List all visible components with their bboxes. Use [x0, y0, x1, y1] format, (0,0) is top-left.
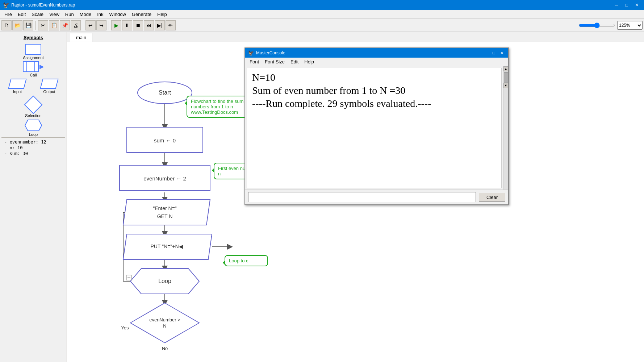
svg-text:N: N	[163, 323, 166, 329]
zoom-slider[interactable]	[579, 22, 615, 28]
flowchart-container: Start sum ← 0 evenNumber ← 2 "Enter N=" …	[67, 42, 644, 362]
toolbar: 🗋 📂 💾 ✂ 📋 📌 🖨 ↩ ↪ ▶ ⏸ ⏹ ⏭ ▶| ✏ 75% 100% …	[0, 19, 644, 32]
zoom-area: 75% 100% 125% 150% 175% 200%	[579, 21, 643, 30]
loop-label: Loop	[29, 132, 38, 137]
svg-text:Loop: Loop	[158, 278, 171, 284]
app-icon: 🦅	[3, 2, 9, 8]
console-line-1: N=10	[252, 72, 496, 83]
console-menu-help[interactable]: Help	[301, 58, 317, 65]
output-shape	[40, 79, 59, 89]
copy-button[interactable]: 📋	[49, 20, 59, 30]
canvas-panel: main	[67, 32, 644, 362]
assignment-label: Assignment	[23, 55, 43, 60]
svg-marker-0	[25, 120, 42, 131]
console-maximize-button[interactable]: □	[490, 50, 497, 56]
console-minimize-button[interactable]: ─	[482, 50, 489, 56]
scroll-thumb[interactable]	[504, 72, 508, 83]
menu-window[interactable]: Window	[106, 11, 129, 18]
scroll-up-button[interactable]: ▲	[503, 66, 509, 71]
console-output-area: N=10 Sum of even number from 1 to N =30 …	[245, 66, 508, 190]
undo-button[interactable]: ↩	[85, 20, 96, 30]
menu-help[interactable]: Help	[154, 11, 170, 18]
print-button[interactable]: 🖨	[71, 20, 81, 30]
cut-button[interactable]: ✂	[38, 20, 48, 30]
comment-loop: Loop to c	[225, 255, 268, 266]
minimize-button[interactable]: ─	[612, 1, 621, 9]
divider1	[35, 21, 36, 30]
main-layout: Symbols Assignment ▶ Call Input Output	[0, 32, 644, 362]
menu-ink[interactable]: Ink	[94, 11, 106, 18]
menu-view[interactable]: View	[46, 11, 62, 18]
svg-text:Start: Start	[159, 90, 171, 96]
console-input-row: Clear	[245, 190, 508, 204]
zoom-select[interactable]: 75% 100% 125% 150% 175% 200%	[617, 21, 643, 30]
call-arrow-icon: ▶	[39, 64, 44, 70]
divider2	[83, 21, 83, 30]
selection-label: Selection	[25, 113, 41, 118]
redo-button[interactable]: ↪	[96, 20, 106, 30]
console-output: N=10 Sum of even number from 1 to N =30 …	[247, 68, 502, 188]
symbol-input[interactable]: Input	[9, 78, 26, 95]
console-icon: 🦅	[248, 50, 254, 56]
menu-generate[interactable]: Generate	[129, 11, 154, 18]
pause-button[interactable]: ⏸	[122, 20, 132, 30]
stop-button[interactable]: ⏹	[133, 20, 143, 30]
svg-text:evenNumber >: evenNumber >	[149, 317, 180, 323]
symbol-assignment[interactable]: Assignment	[1, 43, 65, 61]
new-button[interactable]: 🗋	[1, 20, 12, 30]
var-n: - n: 10	[3, 145, 64, 151]
console-window-controls: ─ □ ✕	[482, 50, 505, 56]
symbol-call[interactable]: ▶ Call	[1, 61, 65, 78]
master-console: 🦅 MasterConsole ─ □ ✕ Font Font Size Ed	[244, 47, 509, 205]
svg-text:"Enter N=": "Enter N="	[153, 205, 177, 211]
symbol-loop[interactable]: Loop	[1, 118, 65, 137]
output-label: Output	[43, 90, 55, 94]
input-output-row: Input Output	[1, 78, 65, 95]
paste-button[interactable]: 📌	[60, 20, 70, 30]
svg-text:No: No	[162, 346, 168, 351]
watch-button[interactable]: ▶|	[155, 20, 165, 30]
input-shape	[8, 79, 27, 89]
console-title: MasterConsole	[256, 50, 482, 55]
menu-edit[interactable]: Edit	[15, 11, 29, 18]
menu-scale[interactable]: Scale	[29, 11, 46, 18]
symbol-output[interactable]: Output	[41, 78, 58, 95]
input-label: Input	[13, 90, 22, 94]
console-input-field[interactable]	[248, 192, 476, 202]
pen-button[interactable]: ✏	[166, 20, 176, 30]
svg-marker-24	[130, 303, 199, 343]
menu-file[interactable]: File	[1, 11, 15, 18]
run-button[interactable]: ▶	[111, 20, 121, 30]
assignment-shape	[25, 44, 41, 55]
scroll-down-button[interactable]: ▼	[503, 83, 509, 88]
window-title: Raptor - sumofEvenNumbers.rap	[11, 3, 612, 8]
tab-main[interactable]: main	[70, 33, 92, 42]
console-menu-edit[interactable]: Edit	[288, 58, 301, 65]
console-close-button[interactable]: ✕	[498, 50, 505, 56]
svg-text:PUT "N="+N◀: PUT "N="+N◀	[150, 244, 183, 249]
menu-run[interactable]: Run	[62, 11, 77, 18]
svg-text:evenNumber ← 2: evenNumber ← 2	[143, 175, 186, 182]
call-shape	[23, 61, 39, 72]
var-evennumber: - evennumber: 12	[3, 139, 64, 145]
svg-text:Yes: Yes	[121, 325, 129, 330]
symbol-selection[interactable]: Selection	[1, 96, 65, 118]
window-controls: ─ □ ✕	[612, 1, 641, 9]
console-menu: Font Font Size Edit Help	[245, 58, 508, 66]
maximize-button[interactable]: □	[622, 1, 631, 9]
console-title-bar: 🦅 MasterConsole ─ □ ✕	[245, 48, 508, 58]
console-line-2: Sum of even number from 1 to N =30	[252, 85, 496, 96]
selection-shape	[24, 96, 43, 114]
console-menu-fontsize[interactable]: Font Size	[262, 58, 288, 65]
canvas-area[interactable]: Start sum ← 0 evenNumber ← 2 "Enter N=" …	[67, 42, 644, 362]
open-button[interactable]: 📂	[12, 20, 22, 30]
close-button[interactable]: ✕	[632, 1, 641, 9]
divider3	[109, 21, 109, 30]
call-label: Call	[30, 73, 37, 77]
svg-text:sum ← 0: sum ← 0	[154, 137, 176, 143]
console-clear-button[interactable]: Clear	[479, 193, 505, 202]
menu-mode[interactable]: Mode	[77, 11, 95, 18]
step-button[interactable]: ⏭	[144, 20, 154, 30]
console-menu-font[interactable]: Font	[247, 58, 262, 65]
save-button[interactable]: 💾	[23, 20, 33, 30]
